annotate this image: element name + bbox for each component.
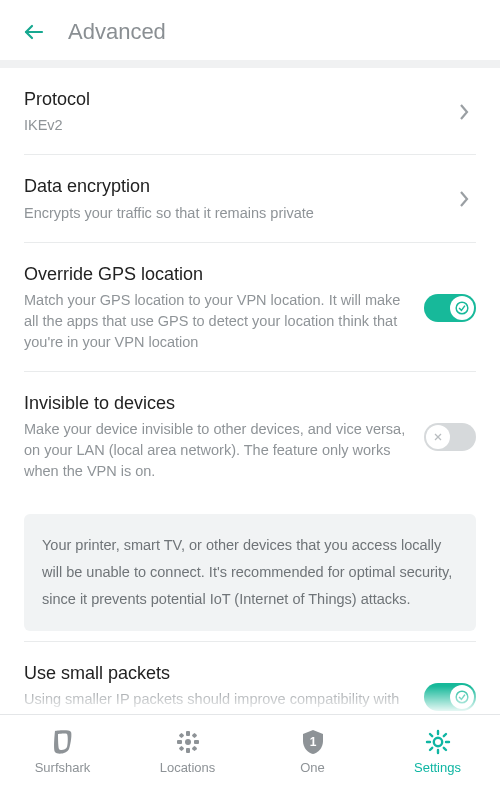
svg-rect-12 (178, 746, 184, 752)
svg-point-5 (185, 739, 191, 745)
row-invisible-to-devices: Invisible to devices Make your device in… (24, 372, 476, 500)
tab-locations[interactable]: Locations (125, 715, 250, 789)
header: Advanced (0, 0, 500, 60)
globe-icon (174, 728, 202, 756)
gear-icon (424, 728, 452, 756)
tab-label: Locations (160, 760, 216, 775)
chevron-right-icon (452, 102, 476, 122)
check-icon (450, 685, 474, 709)
divider (0, 60, 500, 68)
surfshark-icon (49, 728, 77, 756)
toggle-use-small-packets[interactable] (424, 683, 476, 711)
row-title: Protocol (24, 88, 440, 111)
svg-rect-7 (186, 748, 190, 753)
row-override-gps: Override GPS location Match your GPS loc… (24, 243, 476, 372)
row-use-small-packets: Use small packets Using smaller IP packe… (24, 642, 476, 714)
svg-rect-11 (191, 733, 197, 739)
row-title: Override GPS location (24, 263, 412, 286)
tab-settings[interactable]: Settings (375, 715, 500, 789)
svg-rect-10 (178, 733, 184, 739)
shield-icon: 1 (299, 728, 327, 756)
tab-surfshark[interactable]: Surfshark (0, 715, 125, 789)
svg-point-15 (433, 738, 441, 746)
row-subtitle: IKEv2 (24, 115, 440, 136)
bottom-tab-bar: Surfshark Locations 1 One Settings (0, 714, 500, 789)
close-icon (426, 425, 450, 449)
row-title: Data encryption (24, 175, 440, 198)
svg-point-4 (456, 691, 468, 703)
row-subtitle: Make your device invisible to other devi… (24, 419, 412, 482)
chevron-right-icon (452, 189, 476, 209)
tab-label: Surfshark (35, 760, 91, 775)
toggle-invisible-to-devices[interactable] (424, 423, 476, 451)
svg-rect-9 (194, 740, 199, 744)
tab-label: One (300, 760, 325, 775)
row-subtitle: Match your GPS location to your VPN loca… (24, 290, 412, 353)
row-title: Invisible to devices (24, 392, 412, 415)
page-title: Advanced (68, 19, 166, 45)
toggle-override-gps[interactable] (424, 294, 476, 322)
row-subtitle: Using smaller IP packets should improve … (24, 689, 412, 713)
content: Protocol IKEv2 Data encryption Encrypts … (0, 68, 500, 714)
svg-rect-13 (191, 746, 197, 752)
row-protocol[interactable]: Protocol IKEv2 (24, 68, 476, 155)
svg-rect-8 (177, 740, 182, 744)
tab-one[interactable]: 1 One (250, 715, 375, 789)
row-subtitle: Encrypts your traffic so that it remains… (24, 203, 440, 224)
back-arrow-icon[interactable] (20, 18, 48, 46)
svg-point-1 (456, 302, 468, 314)
row-title: Use small packets (24, 662, 412, 685)
tab-label: Settings (414, 760, 461, 775)
svg-text:1: 1 (309, 735, 316, 749)
check-icon (450, 296, 474, 320)
row-data-encryption[interactable]: Data encryption Encrypts your traffic so… (24, 155, 476, 242)
svg-rect-6 (186, 731, 190, 736)
info-box-invisible: Your printer, smart TV, or other devices… (24, 514, 476, 630)
